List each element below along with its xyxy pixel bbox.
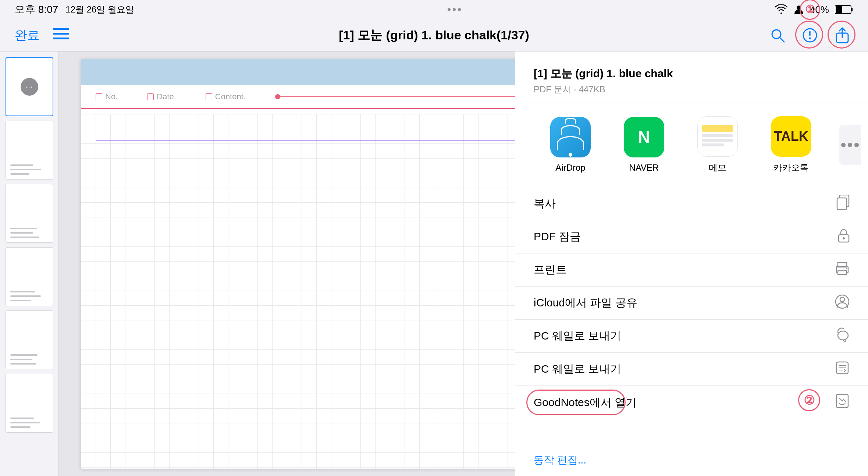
more-dots [841,143,859,147]
memo-icon-lines [702,125,733,148]
edit-actions-section: 동작 편집... [515,447,868,476]
thumb-lines-4 [6,248,53,306]
naver-icon: N [624,117,664,157]
annotation-button[interactable] [799,24,821,46]
svg-rect-15 [837,198,847,210]
svg-rect-4 [53,28,69,30]
action-pc-whale-2-label: PC 웨일로 보내기 [534,362,621,377]
thumb-lines-2 [6,121,53,179]
col-no: No. [96,92,118,102]
kakaotalk-label: 카카오톡 [773,162,809,174]
memo-icon [697,116,738,157]
wifi-icon [775,4,788,15]
share-button[interactable] [831,24,853,46]
share-app-memo[interactable]: 메모 [681,116,754,174]
action-print[interactable]: 프린트 [515,253,868,287]
svg-line-8 [780,38,784,42]
copy-icon [836,195,850,213]
action-copy-label: 복사 [534,196,556,211]
action-copy[interactable]: 복사 [515,187,868,220]
list-icon[interactable] [53,27,69,43]
content-checkbox [206,93,212,100]
thumb-lines-3 [6,184,53,242]
action-pc-whale-1-label: PC 웨일로 보내기 [534,328,621,344]
print-icon [835,262,850,278]
action-icloud-label: iCloud에서 파일 공유 [534,295,637,310]
action-pdf-lock[interactable]: PDF 잠금 [515,220,868,253]
nav-right: ① [766,24,853,46]
sidebar-thumb-6[interactable] [6,374,53,433]
thumb-more-icon: ··· [21,78,38,96]
action-icloud-share[interactable]: iCloud에서 파일 공유 [515,287,868,320]
share-apps-row: AirDrop N NAVER 메모 [515,103,868,187]
more-icon [839,125,861,165]
share-sheet-header: [1] 모눈 (grid) 1. blue chalk PDF 문서 · 447… [515,51,868,103]
action-pc-whale-1[interactable]: PC 웨일로 보내기 [515,320,868,353]
status-bar: 오후 8:07 12월 26일 월요일 40% [0,0,868,19]
share-button-wrapper [831,24,853,46]
share-app-kakaotalk[interactable]: TALK 카카오톡 [754,116,828,174]
nav-left: 완료 [15,27,69,44]
goodnotes-icon [835,394,850,411]
share-file-title: [1] 모눈 (grid) 1. blue chalk [534,66,850,81]
action-goodnotes[interactable]: GoodNotes에서 열기 ② [515,386,868,419]
whale-2-icon [835,360,850,378]
no-checkbox [96,93,102,100]
svg-rect-20 [838,271,847,274]
sidebar-thumb-4[interactable] [6,247,53,306]
share-app-naver[interactable]: N NAVER [607,117,681,173]
sidebar: ··· [0,51,59,476]
edit-actions-link[interactable]: 동작 편집... [534,454,586,466]
svg-rect-3 [836,6,842,13]
memo-label: 메모 [709,162,726,174]
action-list: 복사 PDF 잠금 [515,187,868,447]
whale-1-icon [836,327,850,345]
annotation-number-1: ① [800,0,820,20]
share-app-more[interactable] [828,125,868,165]
share-app-airdrop[interactable]: AirDrop [534,117,607,173]
icloud-share-icon [835,294,850,312]
date-checkbox [147,93,154,100]
kakaotalk-icon: TALK [771,116,811,157]
action-pdf-lock-label: PDF 잠금 [534,229,581,244]
share-sheet: [1] 모눈 (grid) 1. blue chalk PDF 문서 · 447… [515,51,868,476]
svg-rect-6 [53,38,69,39]
sidebar-thumb-3[interactable] [6,184,53,243]
window-dots [448,8,461,11]
thumb-lines-6 [6,374,53,432]
action-pc-whale-2[interactable]: PC 웨일로 보내기 [515,353,868,386]
page-title: [1] 모눈 (grid) 1. blue chalk(1/37) [339,27,529,44]
airdrop-waves [557,118,584,157]
svg-point-24 [838,331,848,340]
lock-icon [838,228,850,246]
sidebar-thumb-2[interactable] [6,121,53,180]
col-date: Date. [147,92,176,102]
svg-point-23 [840,297,844,302]
airdrop-icon [550,117,591,157]
annotation-button-wrapper: ① [799,24,821,46]
status-date: 12월 26일 월요일 [65,4,134,15]
svg-point-21 [846,268,847,269]
share-file-info: PDF 문서 · 447KB [534,84,850,95]
sidebar-thumb-active[interactable]: ··· [6,57,53,116]
main-area: ··· [0,51,868,476]
done-button[interactable]: 완료 [15,27,40,44]
svg-rect-5 [53,33,69,35]
col-content: Content. [206,92,246,102]
svg-point-17 [843,237,845,239]
action-print-label: 프린트 [534,262,567,277]
naver-label: NAVER [629,163,659,173]
airdrop-label: AirDrop [555,163,585,173]
status-time: 오후 8:07 [15,3,58,17]
sidebar-thumb-5[interactable] [6,310,53,369]
navigation-bar: 완료 [1] 모눈 (grid) 1. blue chalk(1/37) [0,19,868,51]
action-goodnotes-label: GoodNotes에서 열기 [534,395,637,410]
thumb-lines-5 [6,311,53,369]
annotation-number-2: ② [798,389,820,411]
search-button[interactable] [766,24,789,46]
battery-icon [835,5,853,14]
svg-rect-2 [851,8,853,11]
svg-point-11 [809,37,811,39]
